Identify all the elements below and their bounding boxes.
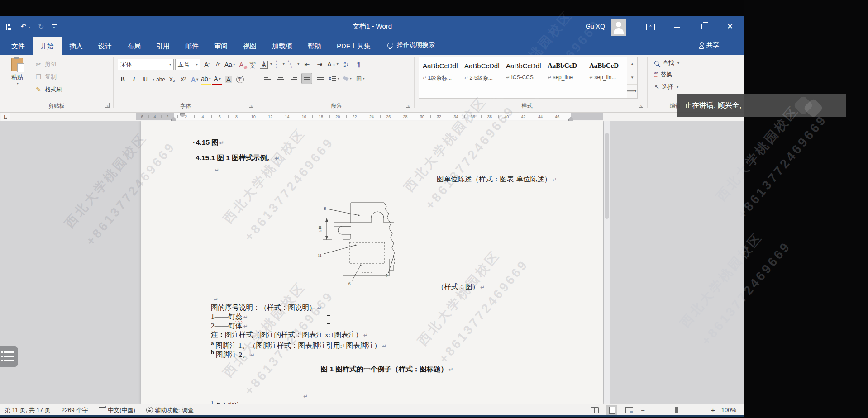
tab-PDF工具集[interactable]: PDF工具集 — [329, 37, 378, 55]
tab-插入[interactable]: 插入 — [62, 37, 91, 55]
zoom-in-button[interactable]: + — [711, 406, 715, 414]
language-status[interactable]: 中文(中国) — [99, 406, 135, 414]
save-icon — [6, 24, 13, 30]
find-button[interactable]: 查找▾ — [654, 59, 679, 67]
align-center-button[interactable] — [276, 73, 286, 84]
grow-font-button[interactable]: Aˆ — [202, 59, 212, 70]
strikethrough-button[interactable]: abe — [156, 74, 166, 85]
ribbon-display-options-button[interactable]: ˄ — [646, 24, 655, 30]
restore-button[interactable] — [701, 24, 707, 29]
close-button[interactable]: ✕ — [727, 22, 733, 31]
account-name[interactable]: Gu XQ — [586, 23, 605, 30]
tab-设计[interactable]: 设计 — [91, 37, 119, 55]
shrink-font-button[interactable]: Aˇ — [213, 59, 223, 70]
change-case-button[interactable]: Aa▾ — [224, 59, 235, 70]
page-info[interactable]: 第 11 页, 共 17 页 — [5, 406, 51, 414]
bullets-button[interactable]: ▾ — [262, 59, 272, 69]
read-mode-button[interactable] — [589, 405, 600, 415]
replace-button[interactable]: abac 替换 — [654, 71, 672, 79]
gallery-scroll-up-button[interactable]: ▲ — [627, 57, 637, 71]
phonetic-guide-button[interactable]: wén文 — [248, 59, 258, 70]
text-effects-button[interactable]: A▾ — [190, 74, 200, 85]
subscript-button[interactable]: X₂ — [167, 74, 177, 85]
vertical-scrollbar[interactable] — [604, 121, 610, 404]
italic-button[interactable]: I — [129, 74, 139, 85]
select-button[interactable]: ↖ 选择▾ — [654, 83, 678, 91]
style-gallery-item[interactable]: AaBbCcD↵sep_lin... — [586, 57, 627, 98]
style-gallery-item[interactable]: AaBbCcDdl↵1级条标... — [419, 57, 461, 98]
redo-button[interactable]: ↻ — [38, 23, 44, 30]
multilevel-list-button[interactable]: 1ai▾ — [288, 59, 299, 69]
zoom-level[interactable]: 100% — [721, 407, 736, 413]
format-painter-button[interactable]: ✎格式刷 — [33, 84, 62, 95]
zoom-slider-thumb[interactable] — [675, 407, 678, 413]
line-spacing-button[interactable]: ⇕▾ — [328, 73, 339, 84]
undo-button[interactable]: ↶⌄ — [20, 23, 31, 30]
tab-帮助[interactable]: 帮助 — [300, 37, 329, 55]
bold-button[interactable]: B — [118, 74, 128, 85]
paste-button[interactable]: 粘贴 ▾ — [5, 58, 30, 86]
style-gallery-item[interactable]: AaBbCcDdl↵ICS-CCS — [502, 57, 544, 98]
word-count[interactable]: 2269 个字 — [62, 406, 88, 414]
align-left-button[interactable] — [262, 73, 272, 84]
tab-审阅[interactable]: 审阅 — [206, 37, 235, 55]
cut-button[interactable]: ✂剪切 — [33, 59, 57, 69]
paragraph-dialog-launcher-icon[interactable] — [406, 103, 410, 108]
speaking-toast: 正在讲话: 顾兴全; — [677, 94, 846, 117]
style-gallery-item[interactable]: AaBbCcD↵sep_line — [544, 57, 586, 98]
clear-formatting-button[interactable]: A — [236, 59, 246, 70]
figure-callout-bottom: 6 — [348, 281, 351, 286]
scissors-icon: ✂ — [33, 59, 43, 69]
tab-文件[interactable]: 文件 — [4, 37, 33, 55]
copy-button[interactable]: ❐复制 — [33, 71, 57, 82]
styles-dialog-launcher-icon[interactable] — [639, 103, 643, 108]
print-layout-button[interactable] — [606, 405, 617, 415]
shading-button[interactable]: ▾ — [342, 73, 352, 84]
font-name-combo[interactable]: 宋体▾ — [118, 59, 174, 70]
align-right-button[interactable] — [289, 73, 299, 84]
tab-开始[interactable]: 开始 — [33, 37, 62, 55]
highlight-color-button[interactable]: ab▾ — [201, 73, 211, 86]
style-gallery-item[interactable]: AaBbCcDdl↵2-5级条... — [461, 57, 502, 98]
tab-邮件[interactable]: 邮件 — [177, 37, 206, 55]
tab-加载项[interactable]: 加载项 — [264, 37, 300, 55]
minimize-button[interactable] — [674, 27, 680, 28]
font-size-combo[interactable]: 五号▾ — [175, 59, 200, 70]
zoom-slider[interactable] — [651, 410, 705, 411]
tell-me-search[interactable]: 操作说明搜索 — [387, 41, 435, 49]
clipboard-dialog-launcher-icon[interactable] — [105, 103, 110, 108]
floating-nav-button[interactable] — [0, 346, 18, 367]
underline-button[interactable]: U — [140, 74, 150, 85]
sort-button[interactable]: AZ↓ — [341, 59, 351, 69]
legend-item-1: 1——钉蕊↵ — [211, 312, 248, 322]
superscript-button[interactable]: X² — [178, 74, 188, 85]
gallery-scroll-down-button[interactable]: ▼ — [627, 71, 637, 85]
share-button[interactable]: 共享 — [699, 41, 719, 49]
web-layout-button[interactable] — [624, 405, 634, 415]
borders-button[interactable]: ⊞▾ — [355, 73, 365, 84]
font-dialog-launcher-icon[interactable] — [249, 103, 253, 108]
accessibility-status[interactable]: 辅助功能: 调查 — [146, 406, 194, 414]
justify-button[interactable] — [302, 73, 312, 84]
tab-引用[interactable]: 引用 — [148, 37, 177, 55]
show-marks-button[interactable]: ¶ — [354, 59, 364, 69]
customize-qat-button[interactable]: ⌄ — [52, 24, 57, 29]
distribute-button[interactable] — [315, 73, 325, 84]
numbering-button[interactable]: 123▾ — [275, 59, 285, 69]
avatar[interactable] — [611, 19, 626, 36]
chevron-down-icon[interactable]: ▾ — [153, 77, 154, 81]
enclose-characters-button[interactable]: 字 — [235, 74, 245, 85]
scrollbar-thumb[interactable] — [605, 133, 609, 219]
decrease-indent-button[interactable]: ⇤ — [302, 59, 312, 69]
tab-stop-selector[interactable]: L — [1, 113, 10, 122]
character-scaling-button[interactable]: A↔▾ — [327, 59, 338, 69]
numbered-list-icon: 123 — [276, 60, 281, 68]
tab-布局[interactable]: 布局 — [119, 37, 148, 55]
gallery-more-button[interactable]: ▼ — [627, 85, 637, 98]
increase-indent-button[interactable]: ⇥ — [315, 59, 324, 69]
save-button[interactable] — [6, 24, 13, 30]
character-shading-button[interactable]: A — [224, 74, 234, 85]
zoom-out-button[interactable]: − — [641, 406, 645, 414]
tab-视图[interactable]: 视图 — [235, 37, 264, 55]
font-color-button[interactable]: A▾ — [212, 74, 222, 86]
